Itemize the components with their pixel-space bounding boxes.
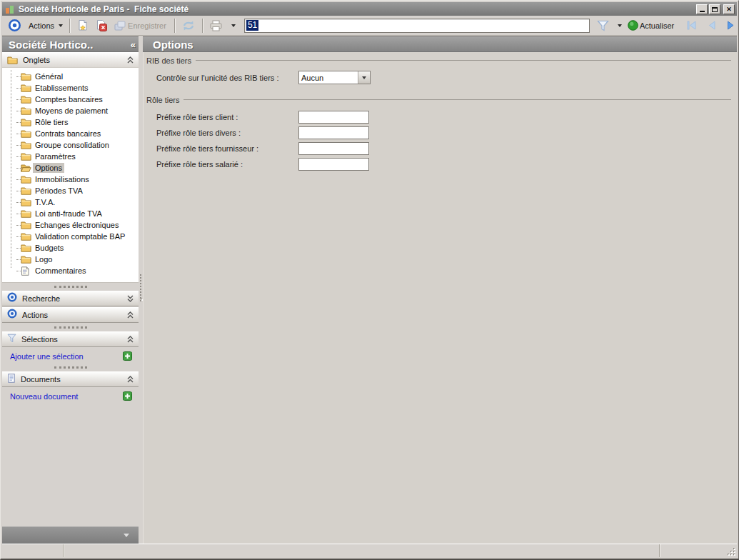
tree-row[interactable]: Validation comptable BAP [8, 231, 139, 242]
folder-icon [21, 186, 33, 195]
funnel-icon [7, 333, 16, 346]
field-input[interactable] [298, 126, 369, 139]
add-button[interactable] [123, 391, 132, 401]
folder-icon [21, 106, 33, 115]
new-record-button[interactable] [74, 17, 92, 34]
add-button[interactable] [123, 351, 132, 361]
tree-row[interactable]: Loi anti-fraude TVA [8, 208, 139, 219]
sidebar-panel-header[interactable]: Sélections [2, 331, 139, 347]
save-icon [114, 19, 126, 32]
chevron-double-up-icon[interactable] [127, 56, 134, 64]
tree-row[interactable]: Echanges électroniques [8, 219, 139, 231]
tree-row[interactable]: Immobilisations [8, 174, 139, 185]
document-icon [7, 373, 16, 386]
resize-grip[interactable] [727, 547, 736, 556]
splitter-dots-icon [54, 366, 87, 369]
tree-row[interactable]: Rôle tiers [8, 116, 139, 128]
tree-item-label: Immobilisations [33, 174, 91, 184]
filter-dropdown-button[interactable] [612, 17, 625, 34]
panel-splitter[interactable] [2, 283, 139, 291]
tree-row[interactable]: Comptes bancaires [8, 94, 139, 105]
chevron-double-up-icon[interactable] [127, 336, 134, 343]
field-label: Préfixe rôle tiers divers : [156, 129, 241, 137]
tree-item-label: Paramètres [33, 151, 78, 161]
tree-item-label: Groupe consolidation [33, 140, 111, 150]
sidebar-panel-header[interactable]: Recherche [2, 291, 139, 306]
maximize-button[interactable] [709, 4, 720, 14]
delete-icon [95, 19, 108, 32]
nav-next-button[interactable] [723, 17, 739, 34]
actions-menu-button[interactable]: Actions [24, 17, 66, 34]
folder-icon [7, 56, 18, 64]
tree-row[interactable]: Etablissements [8, 82, 139, 94]
sidebar-header-title: Société Hortico.. [9, 39, 93, 51]
refresh-arrows-icon [181, 20, 196, 31]
tree-row[interactable]: Général [8, 71, 139, 82]
field-input[interactable] [298, 142, 369, 155]
onglets-label: Onglets [23, 56, 50, 64]
sidebar-collapse-button[interactable]: « [131, 39, 136, 50]
tree-row[interactable]: Budgets [8, 242, 139, 254]
status-cell [64, 544, 660, 557]
group-divider [184, 99, 731, 100]
form-row: Préfixe rôle tiers salarié : [146, 157, 733, 173]
field-label: Contrôle sur l'unicité des RIB tiers : [156, 74, 278, 82]
panel-link[interactable]: Ajouter une sélection [10, 352, 84, 361]
filter-funnel-icon [597, 20, 609, 31]
tree-row[interactable]: Groupe consolidation [8, 139, 139, 151]
chevron-down-icon[interactable] [358, 71, 370, 84]
tree-item-label: Options [33, 163, 64, 173]
refresh-button[interactable]: Actualiser [625, 17, 678, 34]
field-input[interactable] [298, 158, 369, 171]
field-input[interactable] [298, 111, 369, 124]
chevron-double-up-icon[interactable] [127, 376, 134, 383]
tree-item-label: Budgets [33, 243, 66, 253]
panel-label: Sélections [21, 335, 58, 344]
tree-row[interactable]: Commentaires [8, 265, 139, 276]
refresh-button-label: Actualiser [640, 21, 674, 30]
close-button[interactable]: ✕ [723, 4, 735, 14]
tree-row[interactable]: Logo [8, 254, 139, 265]
tree-row[interactable]: T.V.A. [8, 196, 139, 208]
chevron-double-up-icon[interactable] [127, 311, 134, 319]
minimize-button[interactable] [696, 4, 708, 14]
onglets-panel: Onglets Général Etablissements Comp [2, 52, 139, 283]
nav-first-button[interactable] [683, 17, 700, 34]
collapsed-panel-bar[interactable] [2, 526, 139, 544]
sidebar-panel-header[interactable]: Documents [2, 371, 139, 387]
sidebar: Onglets Général Etablissements Comp [2, 52, 139, 544]
folder-open-icon [21, 164, 33, 172]
status-cell [2, 544, 64, 557]
delete-record-button[interactable] [92, 17, 111, 34]
tree-row[interactable]: Options [8, 162, 139, 174]
group-title: Rôle tiers [146, 96, 179, 104]
field-select[interactable]: Aucun [298, 71, 371, 84]
panel-link[interactable]: Nouveau document [10, 392, 78, 401]
tree-row[interactable]: Moyens de paiement [8, 105, 139, 116]
panel-splitter[interactable] [2, 324, 139, 331]
toolbar-separator [202, 19, 203, 33]
sidebar-panel-header[interactable]: Actions [2, 307, 139, 323]
field-label: Préfixe rôle tiers fournisseur : [156, 144, 258, 153]
tree-item-label: Contrats bancaires [33, 129, 103, 139]
filter-button[interactable] [594, 17, 612, 34]
tree-row[interactable]: Périodes TVA [8, 185, 139, 196]
print-dropdown-button[interactable] [226, 17, 238, 34]
nav-prev-button[interactable] [703, 17, 720, 34]
print-button[interactable] [206, 17, 226, 34]
chevron-double-down-icon[interactable] [127, 295, 134, 302]
record-number-input[interactable]: 51 [244, 19, 590, 33]
tree-item-label: Etablissements [33, 83, 91, 93]
tree-row[interactable]: Contrats bancaires [8, 128, 139, 139]
form-area: RIB des tiers Contrôle sur l'unicité des… [146, 55, 733, 173]
save-button[interactable]: Enregistrer [111, 17, 171, 34]
chevron-down-icon [59, 24, 63, 27]
panel-label: Actions [22, 311, 48, 319]
sync-button[interactable] [179, 17, 198, 34]
maximize-icon [712, 7, 718, 12]
field-label: Préfixe rôle tiers salarié : [156, 160, 243, 169]
onglets-panel-header[interactable]: Onglets [2, 52, 139, 68]
panel-splitter[interactable] [2, 364, 139, 371]
tree-row[interactable]: Paramètres [8, 151, 139, 162]
form-group: Rôle tiers Préfixe rôle tiers client : P… [146, 94, 733, 173]
